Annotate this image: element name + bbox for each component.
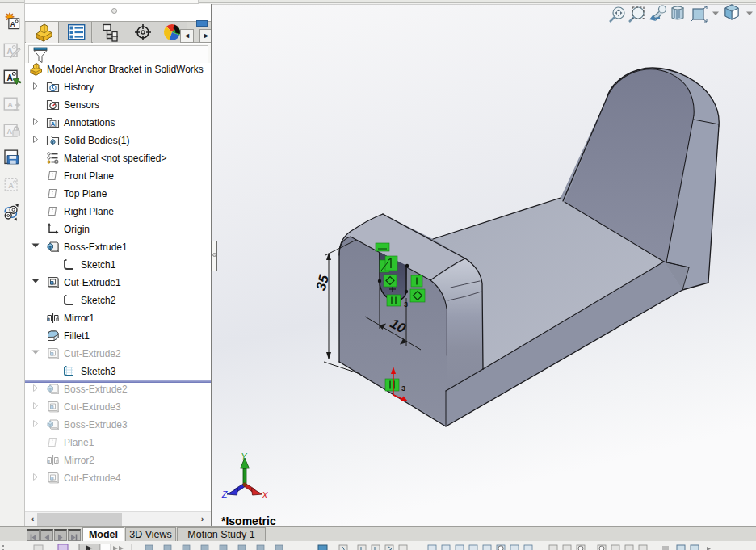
svg-text:A: A [6, 128, 12, 136]
svg-text:A: A [10, 21, 15, 28]
svg-text:A: A [8, 182, 14, 190]
svg-text:A: A [51, 120, 56, 128]
svg-text:A: A [7, 101, 13, 109]
svg-text:*Isometric: *Isometric [221, 514, 276, 526]
svg-text:3: 3 [401, 384, 405, 393]
svg-text:Z: Z [221, 489, 229, 499]
svg-text:3: 3 [404, 300, 408, 309]
svg-text:Y: Y [241, 451, 247, 461]
svg-text:X: X [261, 490, 268, 500]
